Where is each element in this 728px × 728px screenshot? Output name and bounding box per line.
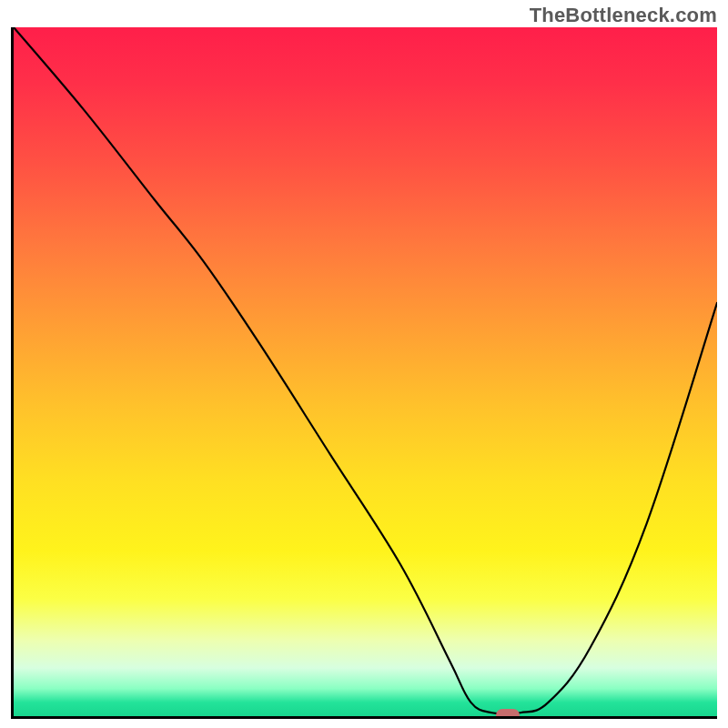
optimal-marker-icon xyxy=(496,709,520,719)
chart-frame: TheBottleneck.com xyxy=(0,0,728,728)
watermark-text: TheBottleneck.com xyxy=(530,4,717,27)
plot-area xyxy=(11,27,717,719)
bottleneck-curve xyxy=(14,27,717,716)
